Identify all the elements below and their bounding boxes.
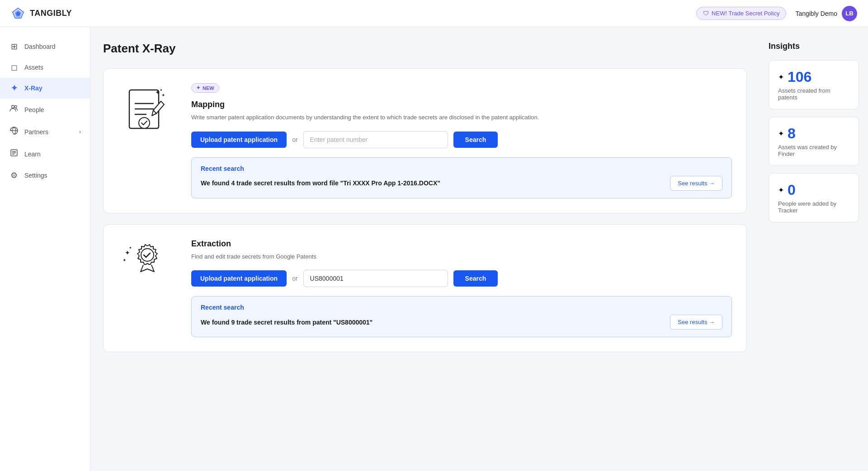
extraction-illustration: ✦ ✦ ✦ <box>118 239 177 298</box>
sidebar-item-learn[interactable]: Learn <box>0 143 90 165</box>
sparkle-badge-icon: ✦ <box>196 85 200 91</box>
insight-number-2: 0 <box>788 182 796 198</box>
mapping-illustration: ✦ ✦ ✦ <box>118 83 177 142</box>
extraction-patent-input[interactable] <box>303 270 448 287</box>
extraction-upload-button[interactable]: Upload patent application <box>191 270 287 287</box>
mapping-search-button[interactable]: Search <box>453 132 498 148</box>
svg-text:✦: ✦ <box>125 249 130 256</box>
mapping-title: Mapping <box>191 100 732 109</box>
extraction-recent-search-title: Recent search <box>201 304 722 311</box>
svg-point-15 <box>141 249 154 261</box>
trade-secret-badge[interactable]: 🛡 NEW! Trade Secret Policy <box>696 7 786 20</box>
partners-icon <box>9 126 19 137</box>
topnav-right: 🛡 NEW! Trade Secret Policy Tangibly Demo… <box>696 6 857 21</box>
mapping-see-results-button[interactable]: See results → <box>670 176 722 191</box>
user-info: Tangibly Demo LB <box>795 6 857 21</box>
insight-number-0: 106 <box>788 69 811 85</box>
sparkle-icon-1: ✦ <box>778 129 784 138</box>
insight-card-2: ✦ 0 People were added by Tracker <box>769 173 859 222</box>
sidebar-item-settings[interactable]: ⚙ Settings <box>0 165 90 186</box>
sidebar-item-assets[interactable]: ◻ Assets <box>0 57 90 78</box>
mapping-card: ✦ ✦ ✦ ✦ NEW Mapping Write smarter patent… <box>103 68 747 213</box>
layout: ⊞ Dashboard ◻ Assets ✦ X-Ray People <box>0 27 868 471</box>
user-name: Tangibly Demo <box>795 10 837 17</box>
extraction-see-results-button[interactable]: See results → <box>670 315 722 330</box>
mapping-card-content: ✦ NEW Mapping Write smarter patent appli… <box>191 83 732 198</box>
mapping-description: Write smarter patent application documen… <box>191 113 732 122</box>
partners-chevron-icon: › <box>79 129 81 135</box>
extraction-search-button[interactable]: Search <box>453 270 498 287</box>
svg-point-11 <box>139 118 150 128</box>
insights-panel: Insights ✦ 106 Assets created from paten… <box>760 27 868 471</box>
new-badge: ✦ NEW <box>191 83 219 93</box>
extraction-recent-search-box: Recent search We found 9 trade secret re… <box>191 296 732 337</box>
sparkle-icon-2: ✦ <box>778 186 784 194</box>
sidebar-item-xray[interactable]: ✦ X-Ray <box>0 78 90 99</box>
dashboard-icon: ⊞ <box>9 42 19 52</box>
mapping-recent-search-box: Recent search We found 4 trade secret re… <box>191 157 732 198</box>
svg-text:✦: ✦ <box>161 93 165 98</box>
sidebar: ⊞ Dashboard ◻ Assets ✦ X-Ray People <box>0 27 90 471</box>
insight-label-0: Assets created from patents <box>778 87 849 101</box>
mapping-upload-button[interactable]: Upload patent application <box>191 132 287 148</box>
mapping-actions: Upload patent application or Search <box>191 131 732 148</box>
mapping-recent-search-title: Recent search <box>201 165 722 172</box>
xray-icon: ✦ <box>9 83 19 93</box>
svg-text:✦: ✦ <box>123 258 126 263</box>
insight-label-2: People were added by Tracker <box>778 200 849 214</box>
insight-top-2: ✦ 0 <box>778 182 849 198</box>
insight-top-1: ✦ 8 <box>778 125 849 142</box>
mapping-patent-input[interactable] <box>303 131 448 148</box>
assets-icon: ◻ <box>9 62 19 72</box>
settings-icon: ⚙ <box>9 170 19 180</box>
learn-icon <box>9 148 19 160</box>
logo-icon <box>11 6 25 21</box>
extraction-card-content: Extraction Find and edit trade secrets f… <box>191 239 732 338</box>
insight-number-1: 8 <box>788 125 796 142</box>
shield-icon: 🛡 <box>703 10 709 17</box>
mapping-recent-search-text: We found 4 trade secret results from wor… <box>201 179 670 187</box>
svg-point-4 <box>12 105 14 108</box>
topnav: TANGIBLY 🛡 NEW! Trade Secret Policy Tang… <box>0 0 868 27</box>
extraction-recent-search-row: We found 9 trade secret results from pat… <box>201 315 722 330</box>
sidebar-item-partners[interactable]: Partners › <box>0 121 90 143</box>
sidebar-item-people[interactable]: People <box>0 99 90 121</box>
user-avatar[interactable]: LB <box>842 6 857 21</box>
sparkle-icon-0: ✦ <box>778 73 784 81</box>
extraction-description: Find and edit trade secrets from Google … <box>191 252 732 261</box>
extraction-or-text: or <box>292 275 297 282</box>
main-content: Patent X-Ray ✦ ✦ <box>90 27 760 471</box>
document-illustration: ✦ ✦ ✦ <box>123 83 172 142</box>
logo-text: TANGIBLY <box>30 9 72 18</box>
extraction-actions: Upload patent application or Search <box>191 270 732 287</box>
logo[interactable]: TANGIBLY <box>11 6 72 21</box>
insight-top-0: ✦ 106 <box>778 69 849 85</box>
extraction-recent-search-text: We found 9 trade secret results from pat… <box>201 319 670 326</box>
mapping-or-text: or <box>292 136 297 143</box>
extraction-title: Extraction <box>191 239 732 249</box>
insights-title: Insights <box>769 42 859 51</box>
insight-label-1: Assets was created by Finder <box>778 144 849 157</box>
svg-point-5 <box>14 106 17 108</box>
svg-text:✦: ✦ <box>160 88 163 92</box>
badge-illustration: ✦ ✦ ✦ <box>123 239 172 298</box>
svg-text:✦: ✦ <box>129 246 132 250</box>
sidebar-item-dashboard[interactable]: ⊞ Dashboard <box>0 36 90 57</box>
mapping-recent-search-row: We found 4 trade secret results from wor… <box>201 176 722 191</box>
people-icon <box>9 104 19 115</box>
page-title: Patent X-Ray <box>103 42 747 56</box>
insight-card-1: ✦ 8 Assets was created by Finder <box>769 117 859 166</box>
insight-card-0: ✦ 106 Assets created from patents <box>769 60 859 109</box>
extraction-card: ✦ ✦ ✦ Extraction Find and edit trade sec… <box>103 224 747 353</box>
